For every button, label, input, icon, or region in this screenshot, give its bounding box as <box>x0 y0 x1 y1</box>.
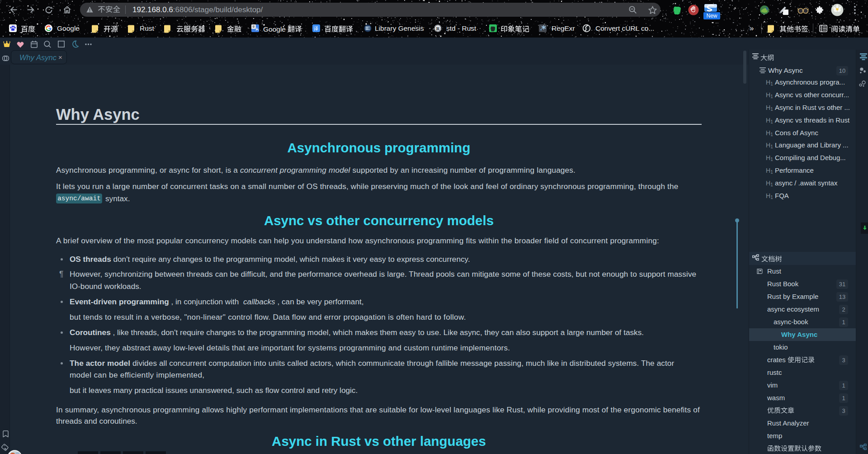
svg-text:R: R <box>436 26 440 31</box>
